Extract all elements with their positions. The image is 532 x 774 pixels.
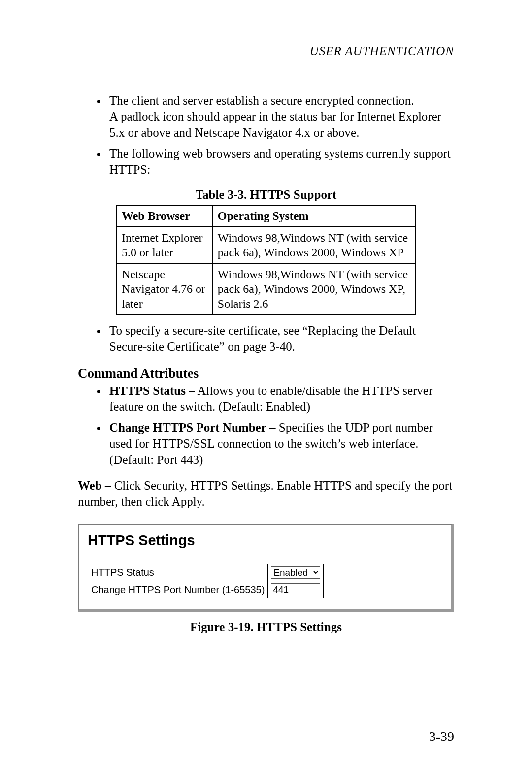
https-port-input[interactable] — [271, 583, 320, 596]
settings-form-table: HTTPS Status Enabled Change HTTPS Port N… — [88, 564, 324, 598]
cert-bullet-list: To specify a secure-site certificate, se… — [78, 323, 454, 355]
bullet-text: The client and server establish a secure… — [109, 94, 414, 107]
bullet-text: The following web browsers and operating… — [109, 147, 451, 176]
list-item: Change HTTPS Port Number – Specifies the… — [107, 420, 454, 468]
list-item: To specify a secure-site certificate, se… — [107, 323, 454, 355]
col-header-browser: Web Browser — [116, 205, 212, 227]
cell-os: Windows 98,Windows NT (with service pack… — [212, 263, 416, 315]
panel-divider — [88, 552, 442, 552]
table-row: Internet Explorer 5.0 or later Windows 9… — [116, 227, 416, 263]
bullet-text: A padlock icon should appear in the stat… — [109, 110, 441, 140]
cell-browser: Internet Explorer 5.0 or later — [116, 227, 212, 263]
list-item: The following web browsers and operating… — [107, 146, 454, 178]
page-number: 3-39 — [429, 729, 454, 744]
web-runin: Web — [78, 479, 102, 492]
table-caption: Table 3-3. HTTPS Support — [78, 188, 454, 202]
attr-name: HTTPS Status — [109, 384, 186, 397]
https-status-cell: Enabled — [268, 564, 324, 581]
cell-os: Windows 98,Windows NT (with service pack… — [212, 227, 416, 263]
figure-caption: Figure 3-19. HTTPS Settings — [78, 620, 454, 634]
list-item: HTTPS Status – Allows you to enable/disa… — [107, 383, 454, 415]
https-settings-panel: HTTPS Settings HTTPS Status Enabled Chan… — [78, 524, 454, 612]
https-port-cell — [268, 581, 324, 598]
intro-bullets: The client and server establish a secure… — [78, 93, 454, 178]
attr-name: Change HTTPS Port Number — [109, 421, 266, 434]
web-rest: – Click Security, HTTPS Settings. Enable… — [78, 479, 452, 508]
form-row: HTTPS Status Enabled — [88, 564, 324, 581]
list-item: The client and server establish a secure… — [107, 93, 454, 141]
table-row: Netscape Navigator 4.76 or later Windows… — [116, 263, 416, 315]
cell-browser: Netscape Navigator 4.76 or later — [116, 263, 212, 315]
https-port-label: Change HTTPS Port Number (1-65535) — [88, 581, 268, 598]
command-attributes-list: HTTPS Status – Allows you to enable/disa… — [78, 383, 454, 468]
running-header: USER AUTHENTICATION — [78, 44, 454, 58]
col-header-os: Operating System — [212, 205, 416, 227]
command-attributes-heading: Command Attributes — [78, 366, 454, 381]
https-status-label: HTTPS Status — [88, 564, 268, 581]
table-header-row: Web Browser Operating System — [116, 205, 416, 227]
web-paragraph: Web – Click Security, HTTPS Settings. En… — [78, 478, 454, 510]
panel-title: HTTPS Settings — [88, 532, 442, 549]
bullet-text: To specify a secure-site certificate, se… — [109, 324, 416, 353]
https-status-select[interactable]: Enabled — [271, 566, 320, 579]
form-row: Change HTTPS Port Number (1-65535) — [88, 581, 324, 598]
https-support-table: Web Browser Operating System Internet Ex… — [116, 205, 416, 315]
